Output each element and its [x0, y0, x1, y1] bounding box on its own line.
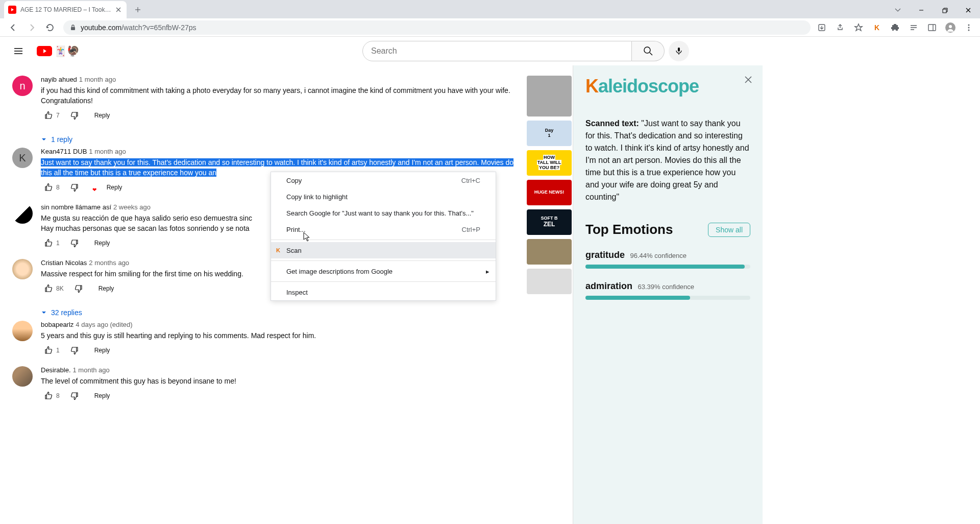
comment-time[interactable]: 1 month ago [89, 148, 126, 155]
comment-time[interactable]: 2 weeks ago [113, 203, 151, 211]
video-thumbnail[interactable]: SOFT BZEL [527, 209, 572, 235]
avatar[interactable]: K [12, 148, 33, 168]
share-icon[interactable] [833, 20, 847, 35]
comment: Desirable.1 month agoThe level of commit… [12, 366, 514, 403]
like-button[interactable]: 7 [41, 108, 63, 123]
browser-tab[interactable]: AGE 12 TO MARRIED – I Took A P [4, 1, 127, 18]
sidepanel-icon[interactable] [925, 20, 939, 35]
search-input[interactable] [362, 41, 632, 61]
voice-search-button[interactable] [669, 41, 689, 61]
toolbar-icons: K [815, 20, 976, 35]
kaleidoscope-extension-icon[interactable]: K [870, 20, 884, 35]
kaleidoscope-logo: Kaleidoscope [585, 76, 750, 97]
comment-time[interactable]: 1 month ago [73, 366, 110, 374]
dislike-button[interactable] [67, 108, 82, 123]
extensions-icon[interactable] [888, 20, 902, 35]
dislike-button[interactable] [67, 180, 82, 195]
svg-point-20 [968, 24, 970, 26]
reply-button[interactable]: Reply [90, 281, 122, 296]
emotion-name: gratitude [585, 250, 625, 260]
forward-button[interactable] [22, 18, 41, 37]
context-copy-link-highlight[interactable]: Copy link to highlight [271, 188, 496, 205]
video-thumbnail[interactable] [527, 76, 572, 116]
like-button[interactable]: 1 [41, 343, 63, 358]
close-icon[interactable] [114, 6, 122, 14]
close-icon[interactable] [742, 74, 754, 86]
dislike-button[interactable] [67, 235, 82, 251]
comment-author[interactable]: bobapearlz [41, 321, 74, 328]
bookmark-icon[interactable] [851, 20, 866, 35]
like-button[interactable]: 8K [41, 281, 67, 296]
svg-point-26 [644, 47, 650, 53]
context-separator [271, 281, 496, 282]
context-inspect[interactable]: Inspect [271, 284, 496, 300]
scanned-text-block: Scanned text: "Just want to say thank yo… [585, 117, 750, 203]
comment-time[interactable]: 4 days ago (edited) [76, 321, 132, 328]
reply-button[interactable]: Reply [86, 235, 118, 251]
menu-icon[interactable] [962, 20, 976, 35]
comment-author[interactable]: Desirable. [41, 366, 71, 374]
context-scan[interactable]: K Scan [271, 242, 496, 258]
youtube-favicon [8, 6, 16, 14]
minimize-button[interactable] [910, 2, 933, 18]
avatar[interactable] [12, 203, 33, 224]
context-menu: CopyCtrl+C Copy link to highlight Search… [271, 172, 496, 301]
video-thumbnail[interactable] [527, 239, 572, 265]
maximize-button[interactable] [933, 2, 957, 18]
svg-point-19 [949, 25, 952, 28]
dislike-button[interactable] [67, 343, 82, 358]
show-all-button[interactable]: Show all [708, 223, 750, 237]
reading-list-icon[interactable] [906, 20, 921, 35]
kaleidoscope-icon: K [276, 247, 280, 253]
svg-point-22 [968, 29, 970, 31]
suggested-videos: Day1 HOWTALL WILLYOU BE? HUGE NEWS! SOFT… [527, 65, 573, 524]
reply-button[interactable]: Reply [86, 388, 118, 403]
comment-text: The level of commitment this guy has is … [41, 376, 514, 386]
video-thumbnail[interactable] [527, 269, 572, 294]
reply-button[interactable]: Reply [99, 180, 131, 195]
new-tab-button[interactable] [131, 3, 145, 17]
address-bar: youtube.com/watch?v=65nfbW-27ps K [0, 18, 980, 37]
avatar[interactable]: n [12, 76, 33, 96]
avatar[interactable] [12, 321, 33, 341]
url-bar[interactable]: youtube.com/watch?v=65nfbW-27ps [63, 20, 811, 35]
emotion-bar [585, 265, 750, 269]
avatar[interactable] [12, 366, 33, 387]
profile-icon[interactable] [943, 20, 958, 35]
context-search-google[interactable]: Search Google for "Just want to say than… [271, 205, 496, 221]
reload-button[interactable] [41, 18, 59, 37]
search-button[interactable] [632, 41, 665, 61]
video-thumbnail[interactable]: HOWTALL WILLYOU BE? [527, 150, 572, 176]
youtube-logo[interactable]: 🃏🦃 [37, 45, 80, 57]
dislike-button[interactable] [71, 281, 86, 296]
video-thumbnail[interactable]: HUGE NEWS! [527, 180, 572, 205]
like-button[interactable]: 8 [41, 180, 63, 195]
avatar[interactable] [12, 259, 33, 279]
chevron-down-icon[interactable] [886, 2, 910, 18]
comment-time[interactable]: 2 months ago [89, 259, 129, 267]
emotion-row: admiration 63.39% confidence [585, 281, 750, 300]
close-window-button[interactable] [957, 2, 980, 18]
video-thumbnail[interactable]: Day1 [527, 121, 572, 146]
dislike-button[interactable] [67, 388, 82, 403]
replies-toggle[interactable]: 1 reply [12, 131, 514, 148]
context-print[interactable]: Print...Ctrl+P [271, 221, 496, 237]
back-button[interactable] [4, 18, 22, 37]
context-image-descriptions[interactable]: Get image descriptions from Google ▸ [271, 263, 496, 279]
comment-author[interactable]: sin nombre llámame así [41, 203, 111, 211]
install-app-icon[interactable] [815, 20, 829, 35]
comment-time[interactable]: 1 month ago [79, 76, 116, 83]
context-copy[interactable]: CopyCtrl+C [271, 172, 496, 188]
like-button[interactable]: 1 [41, 235, 63, 251]
comment-author[interactable]: nayib ahued [41, 76, 77, 83]
emotion-row: gratitude 96.44% confidence [585, 250, 750, 269]
reply-button[interactable]: Reply [86, 108, 118, 123]
comment-author[interactable]: Cristian Nicolas [41, 259, 87, 267]
comment-author[interactable]: Kean4711 DUB [41, 148, 87, 155]
creator-heart-icon: ❤ [86, 183, 94, 192]
emotion-confidence: 96.44% confidence [630, 252, 687, 259]
hamburger-icon[interactable] [8, 41, 29, 61]
replies-toggle[interactable]: 32 replies [12, 304, 514, 321]
like-button[interactable]: 8 [41, 388, 63, 403]
reply-button[interactable]: Reply [86, 343, 118, 358]
